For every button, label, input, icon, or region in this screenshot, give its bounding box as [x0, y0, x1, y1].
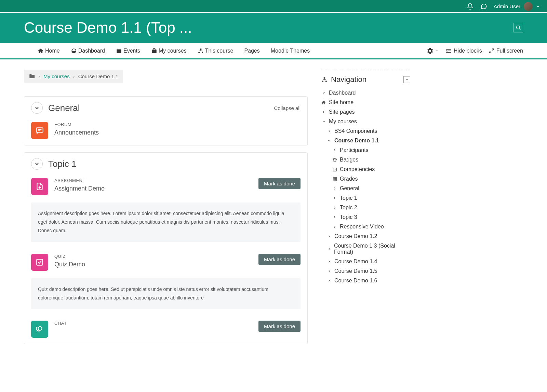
right-icon [327, 235, 332, 238]
bell-icon[interactable] [466, 3, 474, 10]
activity-name: Announcements [54, 129, 301, 136]
activity-text: FORUM Announcements [54, 122, 301, 136]
tree-item[interactable]: Badges [321, 155, 410, 165]
nav-home[interactable]: Home [38, 48, 60, 54]
collapse-all-button[interactable]: Collapse all [274, 105, 301, 111]
calendar-icon [116, 48, 122, 54]
mark-done-button[interactable]: Mark as done [258, 178, 301, 189]
activity-type: ASSIGNMENT [54, 178, 252, 183]
tree-item[interactable]: Topic 2 [321, 203, 410, 212]
chevron-down-icon [34, 105, 40, 111]
nav-dashboard[interactable]: Dashboard [71, 48, 105, 54]
tree-item[interactable]: Participants [321, 145, 410, 155]
caret-down-icon [435, 49, 439, 53]
user-name: Admin User [494, 3, 520, 9]
nav-this-course[interactable]: This course [198, 48, 234, 54]
tree-item-label: Course Demo 1.2 [334, 233, 377, 239]
tree-item[interactable]: General [321, 184, 410, 193]
gauge-icon [71, 48, 77, 54]
tree-item[interactable]: Course Demo 1.3 (Social Format) [321, 241, 410, 257]
right-icon [327, 247, 331, 251]
collapse-toggle[interactable] [31, 102, 43, 114]
sidebar: Navigation DashboardSite homeSite pagesM… [321, 70, 410, 351]
right-icon [327, 269, 332, 273]
svg-rect-3 [117, 49, 121, 50]
minus-square-icon [405, 78, 409, 81]
tree-item[interactable]: Grades [321, 174, 410, 184]
tree-item[interactable]: Topic 3 [321, 212, 410, 222]
tree-item[interactable]: BS4 Components [321, 126, 410, 136]
tree-item-label: BS4 Components [334, 128, 377, 134]
nav-block-head: Navigation [321, 75, 410, 84]
settings-button[interactable] [427, 48, 439, 54]
section-head: General Collapse all [24, 97, 307, 117]
nav-label: This course [205, 48, 234, 54]
tree-item[interactable]: Competencies [321, 165, 410, 174]
mark-done-button[interactable]: Mark as done [258, 321, 301, 332]
mark-done-button[interactable]: Mark as done [258, 254, 301, 265]
nav-events[interactable]: Events [116, 48, 140, 54]
right-icon [332, 206, 337, 209]
svg-rect-22 [322, 81, 323, 82]
breadcrumb-my-courses[interactable]: My courses [43, 73, 70, 79]
tree-item-label: Site home [329, 99, 353, 106]
hide-blocks-button[interactable]: Hide blocks [445, 48, 482, 54]
breadcrumb-current: Course Demo 1.1 [78, 73, 119, 79]
collapse-block-button[interactable] [403, 76, 410, 83]
tree-item[interactable]: Course Demo 1.2 [321, 232, 410, 241]
tree-item[interactable]: Dashboard [321, 88, 410, 98]
tree-item[interactable]: Course Demo 1.5 [321, 266, 410, 276]
right-icon [321, 110, 326, 114]
chevron-down-icon [536, 4, 540, 9]
right-icon [332, 215, 337, 219]
svg-line-1 [519, 29, 520, 30]
activity-quiz[interactable]: QUIZ Quiz Demo Mark as done [24, 249, 307, 277]
nav-moodle-themes[interactable]: Moodle Themes [271, 48, 310, 54]
nav-pages[interactable]: Pages [244, 48, 259, 54]
nav-label: Dashboard [78, 48, 105, 54]
folder-icon [29, 73, 35, 79]
tree-item-label: Competencies [340, 166, 375, 172]
right-icon [332, 187, 337, 190]
full-screen-label: Full screen [496, 48, 523, 54]
full-screen-button[interactable]: Full screen [489, 48, 523, 54]
down-icon [327, 139, 332, 142]
tree-item-label: Course Demo 1.3 (Social Format) [334, 243, 410, 255]
activity-description: Assignment description goes here. Lorem … [31, 202, 301, 242]
activity-chat[interactable]: CHAT Mark as done [24, 316, 307, 344]
topbar: Admin User [0, 0, 547, 13]
svg-rect-6 [152, 50, 157, 53]
chat-icon[interactable] [480, 3, 488, 10]
activity-type: CHAT [54, 321, 252, 326]
activity-forum[interactable]: FORUM Announcements [24, 117, 307, 145]
user-menu[interactable]: Admin User [494, 2, 540, 11]
svg-rect-8 [198, 52, 200, 53]
svg-rect-20 [37, 259, 42, 265]
assignment-icon [31, 178, 48, 195]
tree-item-label: General [340, 185, 359, 192]
tree-item-label: Course Demo 1.1 [334, 138, 379, 144]
grid-icon [332, 177, 337, 181]
svg-rect-21 [324, 77, 325, 79]
collapse-toggle[interactable] [31, 158, 43, 170]
tree-item[interactable]: Site pages [321, 107, 410, 117]
tree-item[interactable]: Course Demo 1.4 [321, 257, 410, 266]
tree-item-label: Topic 2 [340, 205, 357, 211]
tree-item[interactable]: My courses [321, 117, 410, 126]
activity-assignment[interactable]: ASSIGNMENT Assignment Demo Mark as done [24, 173, 307, 201]
tree-item-label: Course Demo 1.5 [334, 268, 377, 274]
tree-item[interactable]: Course Demo 1.1 [321, 136, 410, 145]
nav-tree: DashboardSite homeSite pagesMy coursesBS… [321, 88, 410, 285]
svg-rect-23 [325, 81, 327, 82]
tree-item[interactable]: Topic 1 [321, 193, 410, 203]
tree-item[interactable]: Course Demo 1.6 [321, 276, 410, 285]
search-button[interactable] [513, 23, 523, 32]
indent-icon [445, 48, 452, 54]
tree-item[interactable]: Site home [321, 98, 410, 107]
tree-item[interactable]: Responsive Video [321, 222, 410, 232]
tree-item-label: My courses [329, 118, 357, 125]
gear-icon [427, 48, 433, 54]
nav-label: Pages [244, 48, 259, 54]
nav-my-courses[interactable]: My courses [151, 48, 187, 54]
main-column: › My courses › Course Demo 1.1 General C… [24, 70, 308, 351]
